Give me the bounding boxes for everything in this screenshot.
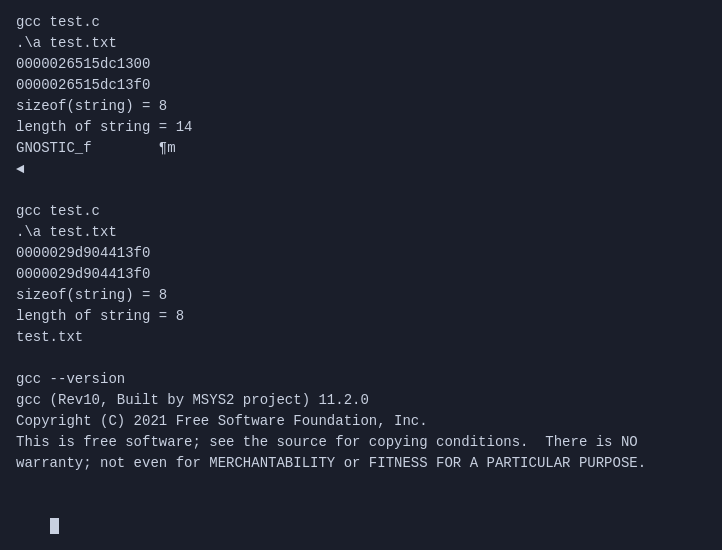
line: sizeof(string) = 8	[16, 96, 706, 117]
line: warranty; not even for MERCHANTABILITY o…	[16, 453, 706, 474]
line: .\a test.txt	[16, 222, 706, 243]
line: 0000029d904413f0	[16, 243, 706, 264]
block-1: gcc test.c .\a test.txt 0000026515dc1300…	[16, 12, 706, 180]
line: test.txt	[16, 327, 706, 348]
line: Copyright (C) 2021 Free Software Foundat…	[16, 411, 706, 432]
line: 0000026515dc1300	[16, 54, 706, 75]
line: ◄	[16, 159, 706, 180]
spacer	[16, 348, 706, 369]
spacer	[16, 474, 706, 495]
line: .\a test.txt	[16, 33, 706, 54]
line: length of string = 14	[16, 117, 706, 138]
line: gcc test.c	[16, 12, 706, 33]
terminal-cursor	[50, 518, 59, 534]
line: 0000029d904413f0	[16, 264, 706, 285]
line: GNOSTIC_f ¶m	[16, 138, 706, 159]
line: length of string = 8	[16, 306, 706, 327]
line: sizeof(string) = 8	[16, 285, 706, 306]
line: gcc (Rev10, Built by MSYS2 project) 11.2…	[16, 390, 706, 411]
terminal-window: gcc test.c .\a test.txt 0000026515dc1300…	[0, 0, 722, 550]
block-2: gcc test.c .\a test.txt 0000029d904413f0…	[16, 201, 706, 348]
line: This is free software; see the source fo…	[16, 432, 706, 453]
line: 0000026515dc13f0	[16, 75, 706, 96]
block-3: gcc --version gcc (Rev10, Built by MSYS2…	[16, 369, 706, 474]
line: gcc --version	[16, 369, 706, 390]
line: gcc test.c	[16, 201, 706, 222]
spacer	[16, 180, 706, 201]
cursor-line[interactable]	[16, 495, 706, 550]
